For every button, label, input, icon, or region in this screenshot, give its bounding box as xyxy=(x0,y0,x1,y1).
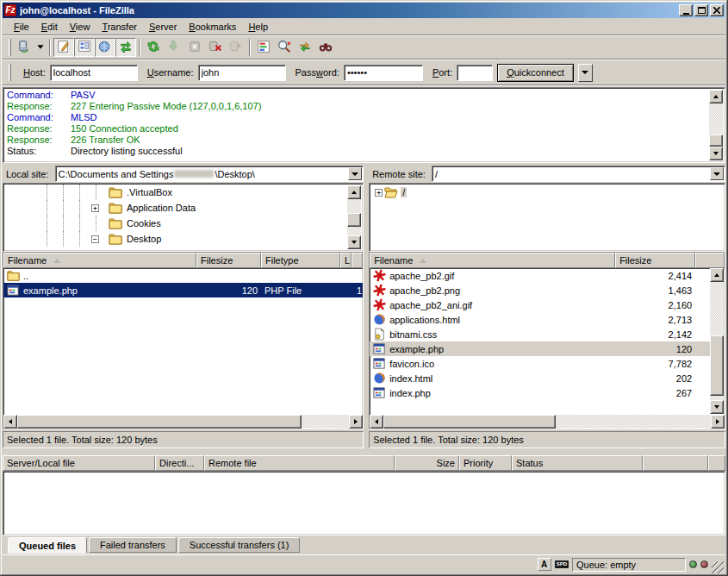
menu-help[interactable]: Help xyxy=(242,20,274,34)
combobox-dropdown-button[interactable] xyxy=(710,167,724,180)
scroll-up-button[interactable] xyxy=(347,185,361,199)
queue-column-directi-[interactable]: Directi... xyxy=(155,455,204,471)
local-hscrollbar[interactable] xyxy=(3,415,363,429)
disconnect-button[interactable] xyxy=(205,38,226,57)
close-button[interactable] xyxy=(710,4,724,16)
tree-item[interactable]: +Application Data xyxy=(3,200,363,216)
menu-transfer[interactable]: Transfer xyxy=(96,20,143,34)
host-label: Host: xyxy=(23,67,46,78)
file-row[interactable]: index.php267 xyxy=(370,385,711,400)
local-path-combobox[interactable]: C:\Documents and Settings\Desktop\ xyxy=(55,166,364,182)
remote-hscrollbar[interactable] xyxy=(370,415,725,429)
scrollbar-thumb[interactable] xyxy=(347,213,361,227)
scroll-left-button[interactable] xyxy=(370,415,383,429)
quickconnect-dropdown-button[interactable] xyxy=(578,64,593,82)
scroll-up-button[interactable] xyxy=(710,268,724,282)
queue-column-status[interactable]: Status xyxy=(512,455,643,471)
queue-column-blank[interactable] xyxy=(643,455,708,471)
host-input[interactable] xyxy=(50,65,138,81)
scroll-left-button[interactable] xyxy=(3,415,17,429)
scrollbar-thumb[interactable] xyxy=(17,415,302,429)
menu-view[interactable]: View xyxy=(64,20,96,34)
site-manager-button[interactable] xyxy=(14,38,34,57)
scroll-down-button[interactable] xyxy=(710,400,724,414)
file-row[interactable]: .. xyxy=(3,268,363,283)
file-row[interactable]: bitnami.css2,142 xyxy=(370,327,711,341)
file-row[interactable]: apache_pb2_ani.gif2,160 xyxy=(370,297,711,312)
scroll-up-button[interactable] xyxy=(709,90,723,103)
queue-body[interactable] xyxy=(3,471,725,535)
local-tree-scrollbar[interactable] xyxy=(347,185,361,249)
expand-icon[interactable]: + xyxy=(91,204,99,212)
scroll-down-button[interactable] xyxy=(709,147,723,160)
file-row[interactable]: example.php120PHP File1 xyxy=(3,283,363,297)
username-input[interactable] xyxy=(198,65,286,81)
password-input[interactable] xyxy=(344,65,423,81)
toggle-local-tree-button[interactable] xyxy=(74,38,95,57)
synchronized-browsing-button[interactable] xyxy=(295,38,315,57)
file-row[interactable]: index.html202 xyxy=(370,371,711,385)
toggle-queue-button[interactable] xyxy=(115,38,136,57)
chevron-down-icon xyxy=(582,71,588,74)
find-files-button[interactable] xyxy=(315,38,336,57)
scroll-right-button[interactable] xyxy=(711,415,725,429)
minimize-button[interactable] xyxy=(679,4,693,16)
tree-item[interactable]: +/ xyxy=(370,185,725,200)
column-header-filename[interactable]: Filename xyxy=(370,253,615,268)
combobox-dropdown-button[interactable] xyxy=(348,167,362,180)
tree-item[interactable]: .VirtualBox xyxy=(3,185,363,200)
file-row[interactable]: example.php120 xyxy=(370,341,711,356)
queue-column-server-local-file[interactable]: Server/Local file xyxy=(3,455,155,471)
queue-column-size[interactable]: Size xyxy=(395,455,459,471)
speed-limit-icon[interactable]: SPD xyxy=(555,560,569,568)
maximize-button[interactable] xyxy=(694,4,708,16)
column-header-filesize[interactable]: Filesize xyxy=(615,253,695,268)
expand-icon[interactable]: + xyxy=(375,189,383,197)
directory-comparison-button[interactable] xyxy=(274,38,295,57)
tree-item[interactable]: Cookies xyxy=(3,216,363,231)
process-queue-button[interactable] xyxy=(164,38,184,57)
cancel-button[interactable] xyxy=(184,38,205,57)
file-row[interactable]: apache_pb2.gif2,414 xyxy=(370,268,711,283)
tab-successful-transfers-1-[interactable]: Successful transfers (1) xyxy=(178,537,301,553)
toggle-remote-tree-button[interactable] xyxy=(95,38,115,57)
port-input[interactable] xyxy=(457,65,493,81)
tab-failed-transfers[interactable]: Failed transfers xyxy=(89,537,177,553)
scroll-right-button[interactable] xyxy=(349,415,363,429)
menu-edit[interactable]: Edit xyxy=(35,20,64,34)
titlebar[interactable]: Fz john@localhost - FileZilla xyxy=(3,3,725,18)
file-row[interactable]: favicon.ico7,782 xyxy=(370,356,711,371)
log-scrollbar[interactable] xyxy=(709,90,723,160)
column-header-filename[interactable]: Filename xyxy=(3,253,196,268)
menu-server[interactable]: Server xyxy=(143,20,183,34)
queue-column-remote-file[interactable]: Remote file xyxy=(204,455,395,471)
file-row[interactable]: apache_pb2.png1,463 xyxy=(370,283,711,297)
reconnect-button[interactable] xyxy=(226,38,246,57)
queue-column-priority[interactable]: Priority xyxy=(459,455,512,471)
menu-file[interactable]: File xyxy=(8,20,35,34)
toggle-message-log-button[interactable] xyxy=(53,38,74,57)
scroll-down-button[interactable] xyxy=(347,235,361,249)
remote-path-combobox[interactable]: / xyxy=(432,166,725,182)
file-name-cell: apache_pb2.png xyxy=(370,283,615,297)
column-header-l[interactable]: L xyxy=(340,253,352,268)
scrollbar-thumb[interactable] xyxy=(383,415,556,429)
site-manager-dropdown-button[interactable] xyxy=(34,38,47,57)
transfer-type-indicator[interactable]: A xyxy=(538,558,551,571)
tree-item[interactable]: −Desktop xyxy=(3,231,363,247)
resize-grip[interactable] xyxy=(712,561,724,573)
directory-filters-button[interactable] xyxy=(253,38,274,57)
scrollbar-thumb[interactable] xyxy=(710,335,724,396)
refresh-button[interactable] xyxy=(143,38,164,57)
column-header-filetype[interactable]: Filetype xyxy=(261,253,340,268)
scrollbar-thumb[interactable] xyxy=(709,135,723,147)
menu-bookmarks[interactable]: Bookmarks xyxy=(183,20,242,34)
quickconnect-button[interactable]: Quickconnect xyxy=(497,64,574,82)
column-header-filesize[interactable]: Filesize xyxy=(196,253,261,268)
tab-queued-files[interactable]: Queued files xyxy=(8,537,87,554)
file-name-cell: bitnami.css xyxy=(370,327,615,341)
collapse-icon[interactable]: − xyxy=(91,235,99,243)
file-row[interactable]: applications.html2,713 xyxy=(370,312,711,327)
remote-vscrollbar[interactable] xyxy=(710,268,724,414)
queue-header: Server/Local fileDirecti...Remote fileSi… xyxy=(3,455,725,471)
